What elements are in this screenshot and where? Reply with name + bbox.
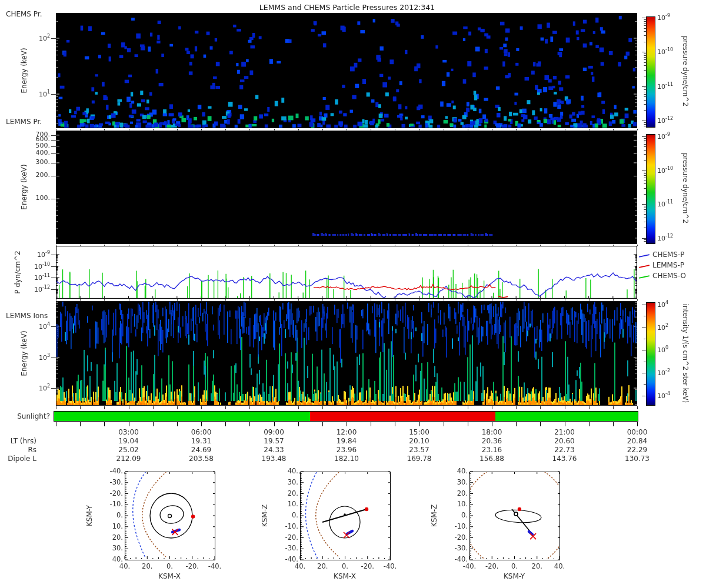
time-tick-label: 15:00	[401, 429, 438, 437]
colorbar-tick-label: 10-2	[657, 368, 670, 377]
y-tick-label: 103	[24, 353, 50, 362]
lt-value: 19.84	[328, 437, 365, 446]
colorbar4-label: intensity 1/(s cm^2 ster keV)	[681, 304, 690, 403]
time-tick-label: 12:00	[328, 429, 365, 437]
colorbar-tick-label: 10-9	[657, 132, 670, 141]
orbit-y-tick-label: 30.	[277, 479, 298, 486]
colorbar-tick-label: 10-11	[657, 199, 673, 208]
rs-value: 24.33	[255, 446, 293, 455]
orbit-y-tick-label: 20.	[101, 534, 123, 542]
y-tick-label: 104	[24, 322, 50, 330]
legend-label: CHEMS-O	[652, 272, 686, 280]
orbit1-ylabel: KSM-Y	[85, 505, 94, 526]
orbit-x-tick-label: 0.	[158, 563, 182, 570]
panel3-ylabel: P dyn/cm^2	[14, 250, 22, 293]
colorbar2-label: pressure dyne/cm^2	[681, 153, 690, 223]
orbit-x-tick-label: -20.	[480, 563, 504, 570]
y-tick-label: 10-12	[21, 285, 50, 293]
colorbar-tick-label: 10-9	[657, 13, 670, 22]
orbit-x-tick-label: -20.	[356, 563, 379, 570]
y-tick-label: 100.	[24, 195, 50, 202]
colorbar-tick-label: 104	[657, 300, 668, 309]
rs-value: 24.69	[182, 446, 220, 455]
orbit-y-tick-label: -40.	[101, 467, 123, 475]
orbit-y-tick-label: -30.	[101, 479, 123, 486]
dipole-l-value: 143.76	[546, 455, 584, 463]
dipole-l-value: 212.09	[110, 455, 148, 463]
colorbar-tick-label: 10-12	[657, 116, 673, 125]
time-tick-label: 00:00	[618, 429, 656, 437]
orbit3-ylabel: KSM-Z	[430, 505, 438, 527]
dipole-l-value: 169.78	[401, 455, 438, 463]
dipole-l-value: 193.48	[255, 455, 293, 463]
rs-value: 22.73	[546, 446, 584, 455]
lt-value: 20.60	[546, 437, 584, 446]
colorbar1-label: pressure dyne/cm^2	[681, 36, 690, 106]
rs-value: 23.57	[401, 446, 438, 455]
orbit-x-tick-label: -40.	[378, 563, 402, 570]
orbit-y-tick-label: -30.	[277, 544, 298, 552]
y-tick-label: 10-11	[21, 273, 50, 282]
panel1-ylabel: Energy (keV)	[20, 48, 28, 93]
y-tick-label: 300.	[24, 159, 50, 166]
lemms-ions-spectrogram	[56, 301, 637, 406]
rs-value: 23.16	[473, 446, 511, 455]
sunlight-label: Sunlight?	[15, 413, 50, 421]
orbit-y-tick-label: 40.	[277, 467, 298, 475]
colorbar-intensity	[646, 302, 655, 406]
orbit-x-tick-label: 40.	[548, 563, 571, 570]
orbit-x-tick-label: 0.	[334, 563, 357, 570]
dipole-l-value: 156.88	[473, 455, 511, 463]
rs-value: 25.02	[110, 446, 148, 455]
orbit-y-tick-label: -20.	[277, 534, 298, 542]
orbit-y-tick-label: 20.	[277, 490, 298, 497]
y-tick-label: 10-9	[21, 250, 50, 259]
y-tick-label: 102	[24, 383, 50, 392]
lt-value: 20.36	[473, 437, 511, 446]
orbit-x-tick-label: 20.	[135, 563, 159, 570]
colorbar-tick-label: 10-11	[657, 82, 673, 91]
rs-value: 22.29	[618, 446, 656, 455]
dipole-l-value: 130.73	[618, 455, 656, 463]
orbit-x-tick-label: -40.	[203, 563, 227, 570]
time-tick-label: 21:00	[546, 429, 584, 437]
row-label-dipole-l: Dipole L	[1, 455, 36, 463]
figure-title: LEMMS and CHEMS Particle Pressures 2012:…	[0, 3, 694, 12]
orbit3-xlabel: KSM-Y	[485, 573, 544, 581]
orbit-y-tick-label: 20.	[446, 490, 468, 497]
time-tick-label: 03:00	[110, 429, 148, 437]
legend-label: LEMMS-P	[652, 262, 684, 270]
dipole-l-value: 203.58	[182, 455, 220, 463]
orbit-x-tick-label: 0.	[503, 563, 527, 570]
orbit2-ylabel: KSM-Z	[261, 505, 269, 527]
figure-page: LEMMS and CHEMS Particle Pressures 2012:…	[0, 0, 706, 588]
orbit2-xlabel: KSM-X	[315, 573, 374, 581]
orbit-x-tick-label: 20.	[525, 563, 549, 570]
chems-pressure-spectrogram	[56, 13, 637, 128]
sunlight-bar	[54, 411, 638, 422]
colorbar-tick-label: 10-4	[657, 391, 670, 400]
sunlight-segment-sunlit	[495, 412, 638, 421]
lt-value: 20.10	[401, 437, 438, 446]
sunlight-segment-shadow	[310, 412, 495, 421]
orbit-y-tick-label: 30.	[446, 479, 468, 486]
colorbar-tick-label: 10-10	[657, 166, 673, 175]
time-tick-label: 18:00	[473, 429, 511, 437]
y-tick-label: 102	[24, 34, 50, 42]
orbit-x-tick-label: -40.	[458, 563, 481, 570]
row-label-rs: Rs	[1, 446, 36, 455]
colorbar-tick-label: 10-10	[657, 47, 673, 56]
orbit-y-tick-label: -20.	[101, 490, 123, 497]
time-tick-label: 09:00	[255, 429, 293, 437]
y-tick-label: 101	[24, 89, 50, 98]
orbit-x-tick-label: 40.	[288, 563, 312, 570]
orbit1-xlabel: KSM-X	[140, 573, 199, 581]
orbit-y-tick-label: 40.	[446, 467, 468, 475]
colorbar-pressure-2	[646, 134, 655, 244]
orbit-x-tick-label: 20.	[311, 563, 334, 570]
panel4-label: LEMMS Ions	[6, 312, 48, 320]
lt-value: 19.57	[255, 437, 293, 446]
orbit-y-tick-label: 30.	[101, 544, 123, 552]
colorbar-pressure-1	[646, 16, 655, 128]
orbit-y-tick-label: 10.	[277, 500, 298, 508]
